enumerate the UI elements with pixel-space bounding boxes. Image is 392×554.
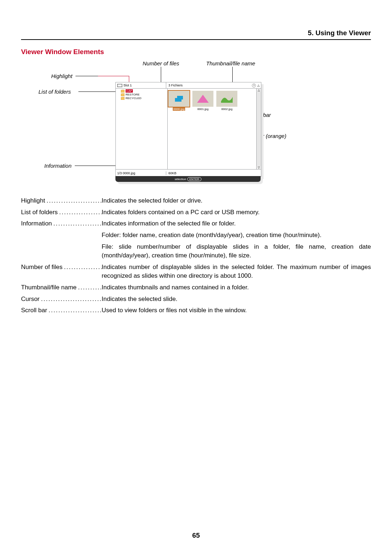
thumbnail-pane[interactable]: 0000.jpg 0001.jpg 0002.jpg	[168, 89, 256, 169]
section-title: Viewer Window Elements	[21, 48, 371, 56]
definitions-list: Highlight Indicates the selected folder …	[21, 196, 371, 315]
definition-row: Scroll bar Used to view folders or files…	[21, 306, 371, 315]
svg-rect-1	[118, 84, 122, 87]
scroll-down-icon[interactable]: ▽	[258, 166, 260, 169]
def-desc: Folder: folder name, creation date (mont…	[102, 231, 371, 240]
info-bar: 1/3 0000.jpg 60KB	[116, 169, 261, 177]
menu-icon[interactable]: △	[257, 84, 260, 87]
folder-label: RECYCLED	[126, 97, 142, 100]
folder-item[interactable]: CAP	[117, 89, 166, 93]
def-term: Scroll bar	[21, 307, 47, 314]
chapter-title: 5. Using the Viewer	[21, 29, 371, 40]
definition-row: Thumbnail/file name Indicates thumbnails…	[21, 283, 371, 292]
anno-thumbnail-file-name: Thumbnail/file name	[206, 60, 255, 66]
page-number: 65	[0, 531, 392, 539]
svg-marker-2	[197, 95, 209, 103]
pc-card-icon	[117, 84, 122, 87]
info-mid: 60KB	[166, 171, 261, 175]
viewer-window: Slot 1 3 Fichiers ? △ CAP RESTORE	[115, 82, 261, 177]
def-desc: Indicates number of displayable slides i…	[102, 263, 371, 281]
def-desc: Indicates the selected folder or drive.	[102, 196, 371, 205]
folder-icon	[121, 93, 124, 96]
definition-row: Number of files Indicates number of disp…	[21, 263, 371, 281]
folder-icon	[121, 97, 124, 100]
thumbnail-label: 0000.jpg	[173, 107, 185, 111]
def-term: Cursor	[21, 296, 40, 302]
definition-row: Information Indicates information of the…	[21, 219, 371, 228]
folder-label: RESTORE	[126, 93, 140, 96]
anno-highlight: Highlight	[51, 73, 72, 79]
thumbnail-item[interactable]: 0002.jpg	[216, 91, 237, 111]
scroll-up-icon[interactable]: △	[258, 89, 260, 92]
def-desc: Used to view folders or files not visibl…	[102, 306, 371, 315]
def-term: Number of files	[21, 264, 62, 270]
slot-indicator: Slot 1	[116, 82, 166, 88]
status-bar: sélection ENTER	[115, 176, 261, 182]
folder-list[interactable]: CAP RESTORE RECYCLED	[116, 89, 168, 169]
thumbnail-label: 0001.jpg	[197, 107, 209, 111]
enter-button-hint: ENTER	[187, 177, 201, 181]
definition-row: Folder: folder name, creation date (mont…	[21, 231, 371, 240]
def-term: Thumbnail/file name	[21, 284, 77, 291]
thumb-shape	[196, 93, 210, 104]
thumb-shape	[173, 94, 184, 103]
definition-row: File: slide number/number of displayable…	[21, 243, 371, 260]
thumbnail-item[interactable]: 0000.jpg	[168, 91, 189, 111]
thumb-shape	[220, 94, 233, 103]
anno-number-of-files: Number of files	[143, 60, 179, 66]
def-term: List of folders	[21, 209, 58, 216]
def-desc: Indicates thumbnails and names contained…	[102, 283, 371, 292]
def-term: Information	[21, 220, 52, 227]
definition-row: Highlight Indicates the selected folder …	[21, 196, 371, 205]
scroll-track[interactable]	[257, 92, 261, 166]
info-left: 1/3 0000.jpg	[116, 171, 166, 175]
svg-rect-0	[117, 84, 122, 87]
folder-icon	[121, 90, 124, 93]
thumbnail-label: 0002.jpg	[221, 107, 233, 111]
def-desc: File: slide number/number of displayable…	[102, 243, 371, 260]
slot-label: Slot 1	[123, 83, 132, 87]
file-count: 3 Fichiers	[166, 82, 252, 88]
diagram: Number of files Thumbnail/file name High…	[21, 60, 371, 195]
definition-row: Cursor Indicates the selected slide.	[21, 295, 371, 304]
anno-information: Information	[44, 163, 72, 169]
folder-label: CAP	[126, 89, 133, 93]
help-icon[interactable]: ?	[252, 83, 256, 87]
def-desc: Indicates the selected slide.	[102, 295, 371, 304]
thumbnail-item[interactable]: 0001.jpg	[192, 91, 213, 111]
folder-item[interactable]: RECYCLED	[117, 97, 166, 100]
viewer-header: Slot 1 3 Fichiers ? △	[116, 82, 261, 89]
scrollbar[interactable]: △ ▽	[256, 89, 261, 169]
anno-list-of-folders: List of folders	[38, 89, 71, 95]
status-label: sélection	[175, 178, 186, 181]
def-term: Highlight	[21, 197, 45, 204]
def-desc: Indicates information of the selected fi…	[102, 219, 371, 228]
folder-item[interactable]: RESTORE	[117, 93, 166, 97]
definition-row: List of folders Indicates folders contai…	[21, 208, 371, 217]
def-desc: Indicates folders contained on a PC card…	[102, 208, 371, 217]
